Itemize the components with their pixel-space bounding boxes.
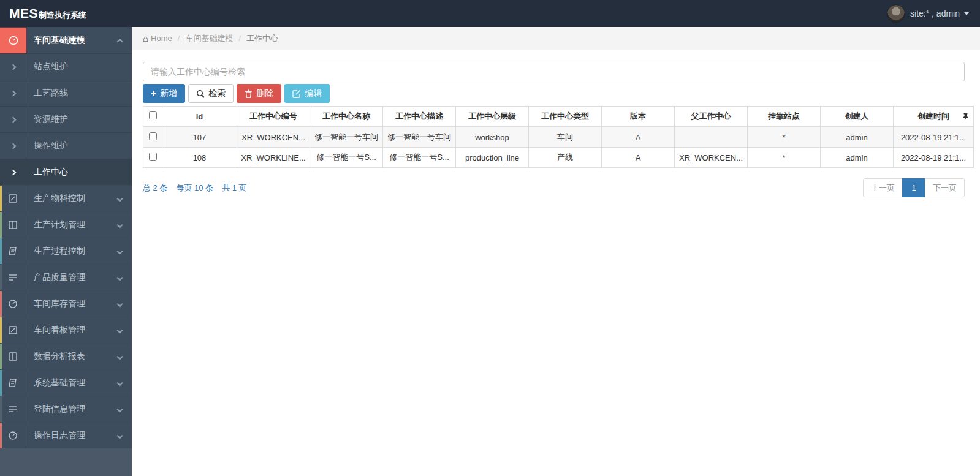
cell-level: production_line	[456, 148, 529, 168]
breadcrumb-level1[interactable]: 车间基础建模	[185, 33, 233, 44]
chevron-right-icon	[10, 116, 16, 123]
sidebar-item-station-maintenance[interactable]: 站点维护	[0, 53, 132, 80]
sidebar-group-system-management[interactable]: 系统基础管理	[0, 369, 132, 396]
pin-icon[interactable]	[963, 113, 968, 120]
sidebar-item-process-route[interactable]: 工艺路线	[0, 80, 132, 106]
select-all-checkbox[interactable]	[149, 111, 157, 119]
user-menu[interactable]: site:* , admin	[887, 4, 980, 23]
book-icon	[0, 370, 26, 396]
user-label: site:* , admin	[910, 9, 960, 18]
column-header[interactable]: 工作中心描述	[383, 107, 456, 127]
chevron-right-icon	[10, 169, 16, 175]
next-page-button[interactable]: 下一页	[925, 178, 965, 197]
summary-per-page[interactable]: 每页 10 条	[176, 183, 213, 194]
plus-icon: +	[151, 89, 156, 99]
row-checkbox[interactable]	[149, 153, 157, 161]
row-checkbox[interactable]	[149, 132, 157, 140]
column-header[interactable]: id	[162, 107, 237, 127]
summary-pages[interactable]: 共 1 页	[222, 183, 246, 194]
column-header-label: 创建时间	[917, 111, 949, 121]
column-header[interactable]: 工作中心名称	[310, 107, 383, 127]
accent-strip	[0, 396, 2, 422]
table-footer: 总 2 条 每页 10 条 共 1 页 上一页 1 下一页	[143, 178, 965, 197]
column-header[interactable]: 父工作中心	[675, 107, 748, 127]
sidebar-group-label: 登陆信息管理	[26, 404, 118, 415]
prev-page-button[interactable]: 上一页	[863, 178, 903, 197]
sidebar-group-operation-logs[interactable]: 操作日志管理	[0, 422, 132, 448]
chevron-down-icon	[117, 353, 123, 360]
work-center-table: id 工作中心编号 工作中心名称 工作中心描述 工作中心层级 工作中心类型 版本…	[143, 106, 974, 168]
sidebar-group-inventory-management[interactable]: 车间库存管理	[0, 290, 132, 317]
row-select-cell	[143, 148, 162, 168]
column-header[interactable]: 工作中心层级	[456, 107, 529, 127]
sidebar-item-work-center[interactable]: 工作中心	[0, 159, 132, 185]
table-header-row: id 工作中心编号 工作中心名称 工作中心描述 工作中心层级 工作中心类型 版本…	[143, 107, 974, 127]
column-header[interactable]: 挂靠站点	[748, 107, 821, 127]
list-icon	[0, 396, 26, 422]
accent-strip	[0, 265, 2, 290]
columns-icon	[0, 344, 26, 369]
accent-strip	[0, 344, 2, 369]
sidebar-group-material-control[interactable]: 生产物料控制	[0, 185, 132, 211]
cell-version: A	[602, 127, 675, 148]
column-header[interactable]: 工作中心类型	[529, 107, 602, 127]
pager: 上一页 1 下一页	[863, 178, 965, 197]
gauge-icon	[0, 28, 26, 53]
sidebar-group-label: 系统基础管理	[26, 377, 118, 388]
sidebar-group-board-management[interactable]: 车间看板管理	[0, 317, 132, 343]
row-select-cell	[143, 127, 162, 148]
delete-button[interactable]: 删除	[237, 84, 281, 103]
add-button-label: 新增	[160, 88, 177, 99]
sidebar-item-label: 工作中心	[26, 167, 132, 178]
cell-name: 修一智能一号车间	[310, 127, 383, 148]
gauge-icon	[0, 423, 26, 448]
sidebar-group-login-info[interactable]: 登陆信息管理	[0, 396, 132, 422]
chevron-up-icon	[117, 38, 123, 44]
cell-name: 修一智能一号S...	[310, 148, 383, 168]
sidebar-group-plan-management[interactable]: 生产计划管理	[0, 211, 132, 238]
summary-total[interactable]: 总 2 条	[143, 183, 167, 194]
pagination-summary: 总 2 条 每页 10 条 共 1 页	[143, 183, 247, 194]
sidebar-group-analysis-reports[interactable]: 数据分析报表	[0, 343, 132, 369]
chevron-down-icon	[117, 301, 123, 307]
cell-station: *	[748, 127, 821, 148]
cell-created: 2022-08-19 21:1...	[894, 127, 974, 148]
toolbar: + 新增 检索 删除 编辑	[143, 84, 965, 103]
sidebar-item-label: 操作维护	[26, 140, 132, 151]
add-button[interactable]: + 新增	[143, 84, 185, 103]
cell-level: workshop	[456, 127, 529, 148]
cell-description: 修一智能一号S...	[383, 148, 456, 168]
accent-strip	[0, 317, 2, 343]
columns-icon	[0, 212, 26, 238]
sidebar-item-operation-maintenance[interactable]: 操作维护	[0, 132, 132, 159]
column-header-created[interactable]: 创建时间	[894, 107, 974, 127]
table-row[interactable]: 107 XR_WORKCEN... 修一智能一号车间 修一智能一号车间 work…	[143, 127, 974, 148]
column-header[interactable]: 工作中心编号	[237, 107, 310, 127]
breadcrumb-home[interactable]: Home	[151, 34, 172, 43]
accent-strip	[0, 212, 2, 238]
chevron-right-icon	[10, 143, 16, 149]
page-1-button[interactable]: 1	[902, 178, 925, 197]
chevron-down-icon	[117, 195, 123, 202]
cell-station: *	[748, 148, 821, 168]
cell-type: 车间	[529, 127, 602, 148]
chevron-down-icon	[117, 380, 123, 386]
table-row[interactable]: 108 XR_WORKLINE... 修一智能一号S... 修一智能一号S...…	[143, 148, 974, 168]
column-header[interactable]: 版本	[602, 107, 675, 127]
sidebar-item-resource-maintenance[interactable]: 资源维护	[0, 106, 132, 132]
sidebar-menu: 车间基础建模 站点维护 工艺路线 资源维护 操作维护 工作中心	[0, 27, 132, 448]
chevron-down-icon	[117, 433, 123, 439]
accent-strip	[0, 370, 2, 396]
search-input[interactable]	[143, 62, 965, 81]
search-button[interactable]: 检索	[188, 84, 234, 103]
sidebar-group-process-control[interactable]: 生产过程控制	[0, 238, 132, 264]
edit-button[interactable]: 编辑	[284, 84, 330, 103]
chevron-down-icon	[117, 327, 123, 333]
sidebar-group-label: 生产过程控制	[26, 246, 118, 257]
sidebar-group-quality-management[interactable]: 产品质量管理	[0, 264, 132, 290]
avatar[interactable]	[887, 4, 905, 23]
sidebar-item-label: 资源维护	[26, 114, 132, 125]
cell-id: 108	[162, 148, 237, 168]
column-header[interactable]: 创建人	[821, 107, 894, 127]
sidebar-group-workshop-modeling[interactable]: 车间基础建模	[0, 27, 132, 53]
